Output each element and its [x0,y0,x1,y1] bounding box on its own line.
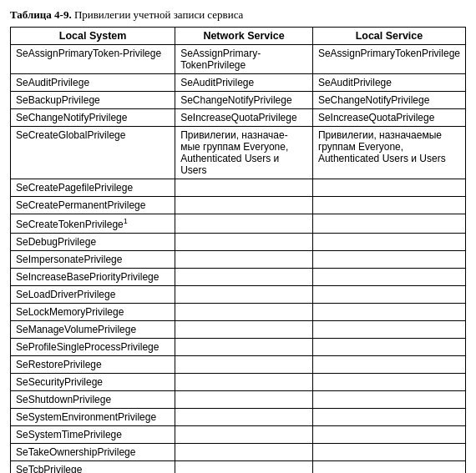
cell-row2-col1: SeBackupPrivilege [11,92,175,109]
table-row: SeTcbPrivilege [11,461,466,474]
cell-row1-col3: SeAuditPrivilege [312,74,465,92]
cell-row11-col1: SeLoadDriverPrivilege [11,286,175,304]
cell-row16-col1: SeSecurityPrivilege [11,374,175,391]
cell-row5-col1: SeCreatePagefilePrivilege [11,179,175,197]
table-row: SeTakeOwnershipPrivilege [11,444,466,461]
table-row: SeImpersonatePrivilege [11,251,466,269]
table-row: SeDebugPrivilege [11,234,466,251]
cell-row17-col2 [175,391,313,409]
cell-row10-col2 [175,269,313,286]
cell-row5-col3 [312,179,465,197]
cell-row7-col3 [312,214,465,234]
cell-row19-col2 [175,426,313,444]
cell-row15-col3 [312,356,465,374]
cell-row21-col1: SeTcbPrivilege [11,461,175,474]
table-row: SeSecurityPrivilege [11,374,466,391]
cell-row20-col1: SeTakeOwnershipPrivilege [11,444,175,461]
cell-row19-col1: SeSystemTimePrivilege [11,426,175,444]
cell-row20-col3 [312,444,465,461]
table-row: SeCreateGlobalPrivilegeПривилегии, назна… [11,127,466,179]
cell-row21-col3 [312,461,465,474]
cell-row0-col1: SeAssignPrimaryToken-Privilege [11,45,175,74]
cell-row4-col1: SeCreateGlobalPrivilege [11,127,175,179]
cell-row7-col1: SeCreateTokenPrivilege1 [11,214,175,234]
cell-row8-col2 [175,234,313,251]
table-row: SeCreatePagefilePrivilege [11,179,466,197]
cell-row10-col3 [312,269,465,286]
cell-row4-col3: Привилегии, назначаемые группам Everyone… [312,127,465,179]
cell-row12-col3 [312,304,465,321]
cell-row2-col3: SeChangeNotifyPrivilege [312,92,465,109]
cell-row15-col2 [175,356,313,374]
cell-row3-col2: SeIncreaseQuotaPrivilege [175,109,313,127]
cell-row21-col2 [175,461,313,474]
cell-row9-col1: SeImpersonatePrivilege [11,251,175,269]
cell-row2-col2: SeChangeNotifyPrivilege [175,92,313,109]
cell-row6-col1: SeCreatePermanentPrivilege [11,197,175,214]
table-row: SeCreateTokenPrivilege1 [11,214,466,234]
table-row: SeLoadDriverPrivilege [11,286,466,304]
privileges-table: Local System Network Service Local Servi… [10,27,466,473]
cell-row16-col2 [175,374,313,391]
cell-row13-col3 [312,321,465,339]
cell-row18-col3 [312,409,465,426]
cell-row0-col2: SeAssignPrimary-TokenPrivilege [175,45,313,74]
cell-row18-col2 [175,409,313,426]
cell-row12-col1: SeLockMemoryPrivilege [11,304,175,321]
table-row: SeLockMemoryPrivilege [11,304,466,321]
cell-row3-col3: SeIncreaseQuotaPrivilege [312,109,465,127]
table-header: Local System Network Service Local Servi… [11,28,466,45]
cell-row5-col2 [175,179,313,197]
cell-row19-col3 [312,426,465,444]
table-row: SeIncreaseBasePriorityPrivilege [11,269,466,286]
cell-row10-col1: SeIncreaseBasePriorityPrivilege [11,269,175,286]
cell-row6-col2 [175,197,313,214]
cell-row3-col1: SeChangeNotifyPrivilege [11,109,175,127]
header-col2: Network Service [175,28,313,45]
cell-row7-col2 [175,214,313,234]
cell-row8-col1: SeDebugPrivilege [11,234,175,251]
header-row: Local System Network Service Local Servi… [11,28,466,45]
table-row: SeProfileSingleProcessPrivilege [11,339,466,356]
cell-row12-col2 [175,304,313,321]
caption-text: Привилегии учетной записи сервиса [72,8,244,21]
header-col1: Local System [11,28,175,45]
table-row: SeBackupPrivilegeSeChangeNotifyPrivilege… [11,92,466,109]
table-row: SeAssignPrimaryToken-PrivilegeSeAssignPr… [11,45,466,74]
cell-row16-col3 [312,374,465,391]
cell-row20-col2 [175,444,313,461]
table-row: SeChangeNotifyPrivilegeSeIncreaseQuotaPr… [11,109,466,127]
cell-row11-col2 [175,286,313,304]
cell-row8-col3 [312,234,465,251]
cell-row9-col3 [312,251,465,269]
cell-row14-col2 [175,339,313,356]
cell-row17-col3 [312,391,465,409]
header-col3: Local Service [312,28,465,45]
table-row: SeManageVolumePrivilege [11,321,466,339]
cell-row9-col2 [175,251,313,269]
table-row: SeSystemEnvironmentPrivilege [11,409,466,426]
cell-row15-col1: SeRestorePrivilege [11,356,175,374]
table-caption: Таблица 4-9. Привилегии учетной записи с… [10,8,466,22]
table-row: SeCreatePermanentPrivilege [11,197,466,214]
cell-row1-col2: SeAuditPrivilege [175,74,313,92]
cell-row4-col2: Привилегии, назначае-мые группам Everyon… [175,127,313,179]
cell-row18-col1: SeSystemEnvironmentPrivilege [11,409,175,426]
cell-row13-col2 [175,321,313,339]
cell-row0-col3: SeAssignPrimaryTokenPrivilege [312,45,465,74]
cell-row11-col3 [312,286,465,304]
cell-row17-col1: SeShutdownPrivilege [11,391,175,409]
cell-row1-col1: SeAuditPrivilege [11,74,175,92]
table-row: SeSystemTimePrivilege [11,426,466,444]
table-row: SeAuditPrivilegeSeAuditPrivilegeSeAuditP… [11,74,466,92]
cell-row6-col3 [312,197,465,214]
cell-row14-col3 [312,339,465,356]
table-row: SeRestorePrivilege [11,356,466,374]
table-body: SeAssignPrimaryToken-PrivilegeSeAssignPr… [11,45,466,474]
table-row: SeShutdownPrivilege [11,391,466,409]
caption-label: Таблица 4-9. [10,8,72,21]
cell-row13-col1: SeManageVolumePrivilege [11,321,175,339]
cell-row14-col1: SeProfileSingleProcessPrivilege [11,339,175,356]
